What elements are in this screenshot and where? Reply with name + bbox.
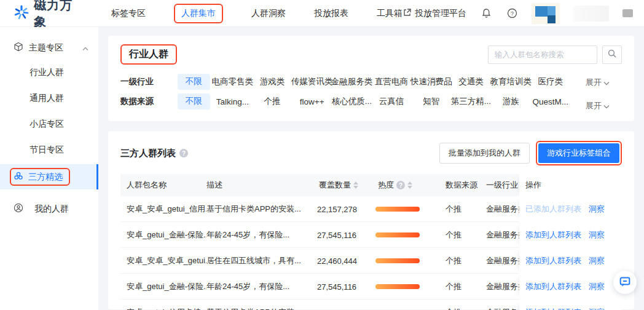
audience-desc: 基于信用卡类APP的安装... [206, 307, 317, 310]
expand-toggle[interactable]: 展开 [586, 100, 610, 111]
audience-name[interactable]: 安卓_安卓_getui_信用... [120, 204, 206, 215]
filter-option[interactable]: 知智 [423, 96, 439, 107]
row-actions: 添加到人群列表 洞察 [519, 222, 622, 248]
table-row: 安卓_getui_金融-保险... 年龄24-45岁，有保险... 27,545… [120, 222, 622, 248]
heat-bar [375, 207, 420, 212]
sidebar-item-shop-zone[interactable]: 小店专区 [0, 111, 98, 137]
sidebar-item-industry-audience[interactable]: 行业人群 [0, 60, 98, 85]
search-button[interactable] [602, 46, 622, 64]
brand-name: 磁力万象 [34, 0, 83, 30]
table-row: 安卓_安卓_getui_信用... 基于信用卡类APP的安装... 22,157… [120, 196, 622, 222]
annotation-box: 游戏行业标签组合 [536, 141, 622, 165]
heat-cell [375, 232, 437, 237]
audience-desc: 年龄24-45岁，有保险... [206, 229, 317, 240]
sidebar-item-my-audience[interactable]: 我的人群 [0, 196, 98, 222]
sidebar-group-theme-zone[interactable]: 主题专区 [0, 36, 98, 60]
column-header-coverage: 覆盖数量 [317, 174, 375, 196]
filter-option[interactable]: 电商零售类 [212, 76, 254, 87]
avatar[interactable] [532, 3, 560, 24]
filter-option[interactable]: 游戏类 [260, 76, 285, 87]
nav-audience-market[interactable]: 人群集市 [174, 4, 223, 23]
filter-row-data-source: 数据来源 不限 Talking... 个推 flow++ 核心优质... 云真信… [120, 92, 622, 111]
ad-platform-link[interactable]: 投放管理平台 [402, 8, 466, 19]
insight-link[interactable]: 洞察 [589, 307, 605, 310]
nav-toolbox[interactable]: 工具箱 [377, 8, 402, 19]
filter-option[interactable]: 教育培训类 [490, 76, 532, 87]
filter-option[interactable]: 金融服务类 [331, 76, 373, 87]
sidebar-item-label: 我的人群 [34, 204, 69, 215]
insight-link[interactable]: 洞察 [589, 281, 605, 292]
industry-value: 金融服务类 [486, 229, 519, 240]
nav-delivery-report[interactable]: 投放报表 [314, 8, 348, 19]
sidebar-item-label: 三方精选 [28, 172, 63, 183]
add-to-list-link[interactable]: 添加到人群列表 [525, 255, 581, 266]
info-icon[interactable] [396, 181, 405, 189]
insight-link[interactable]: 洞察 [589, 229, 605, 240]
chevron-up-icon[interactable] [82, 43, 88, 53]
filter-option[interactable]: 直营电商 [375, 76, 408, 87]
help-icon[interactable]: ? [506, 7, 518, 20]
data-source: 个推 [437, 204, 486, 215]
filter-option[interactable]: 传媒资讯类 [291, 76, 333, 87]
primary-nav: 标签专区 人群集市 人群洞察 投放报表 工具箱 [111, 4, 402, 23]
filter-option[interactable]: 游族 [503, 96, 519, 107]
heat-bar [375, 232, 420, 237]
column-header-source: 数据来源 [437, 174, 486, 196]
sidebar-item-third-party-selection[interactable]: 三方精选 [0, 164, 98, 189]
audience-name[interactable]: 安卓_getui_金融-保险... [120, 229, 206, 240]
audience-desc: 居住在四五线城市，具有... [206, 255, 317, 266]
filter-option[interactable]: 核心优质... [332, 96, 372, 107]
add-to-list-link[interactable]: 添加到人群列表 [525, 229, 581, 240]
filter-option[interactable]: QuestM... [533, 97, 569, 106]
brand-logo[interactable]: 磁力万象 [14, 0, 83, 30]
search-input[interactable] [488, 46, 597, 64]
cube-icon [14, 42, 23, 54]
info-icon[interactable] [179, 149, 188, 157]
game-industry-tag-combo-button[interactable]: 游戏行业标签组合 [538, 143, 619, 163]
nav-tab-label-zone[interactable]: 标签专区 [111, 8, 146, 19]
table-row: 安卓_getui_信用卡持... 基于信用卡类APP的安装... 24,508,… [120, 300, 622, 310]
filter-option[interactable]: 医疗类 [538, 76, 564, 87]
audience-name[interactable]: 安卓_getui_信用卡持... [120, 307, 206, 310]
insight-link[interactable]: 洞察 [589, 204, 605, 215]
filter-option-selected[interactable]: 不限 [178, 74, 210, 90]
filter-option[interactable]: flow++ [300, 97, 324, 106]
annotation-box: 三方精选 [10, 168, 70, 186]
chat-support-button[interactable] [613, 271, 637, 294]
sidebar-item-festival-zone[interactable]: 节日专区 [0, 137, 98, 163]
filter-option[interactable]: 云真信 [379, 96, 404, 107]
filter-panel: 行业人群 一级行业 不限 电商零售类 [108, 36, 634, 121]
row-actions: 添加到人群列表 洞察 [519, 248, 622, 274]
filter-option[interactable]: 个推 [264, 96, 281, 107]
sort-toggle-icon[interactable] [407, 181, 412, 189]
column-header-action: 操作 [519, 174, 622, 196]
added-to-list-link[interactable]: 已添加人群列表 [525, 204, 581, 215]
nav-audience-insight[interactable]: 人群洞察 [251, 8, 286, 19]
add-to-list-link[interactable]: 添加到人群列表 [525, 307, 581, 310]
top-nav-right: 投放管理平台 ? [402, 3, 633, 24]
audience-name[interactable]: 安卓_安卓_安卓_getui... [120, 255, 206, 266]
column-header-heat: 热度 [375, 174, 437, 196]
filter-option-selected[interactable]: 不限 [178, 93, 210, 109]
sidebar-item-general-audience[interactable]: 通用人群 [0, 85, 98, 111]
expand-toggle[interactable]: 展开 [586, 77, 610, 88]
search-icon [608, 49, 616, 60]
coverage-value: 27,545,116 [317, 282, 375, 292]
filter-option[interactable]: 交通类 [458, 76, 484, 87]
sort-toggle-icon[interactable] [353, 181, 358, 189]
data-source: 个推 [437, 229, 486, 240]
audience-name[interactable]: 安卓_getui_金融-保险... [120, 281, 206, 292]
row-actions: 添加到人群列表 洞察 [519, 300, 622, 310]
coverage-value: 22,460,444 [317, 256, 375, 266]
bell-icon[interactable] [480, 7, 492, 20]
batch-add-button[interactable]: 批量添加到我的人群 [439, 143, 530, 164]
filter-option[interactable]: 第三方精... [451, 96, 491, 107]
add-to-list-link[interactable]: 添加到人群列表 [525, 281, 581, 292]
filter-option[interactable]: 快速消费品 [410, 76, 452, 87]
insight-link[interactable]: 洞察 [589, 255, 605, 266]
data-source: 个推 [437, 281, 486, 292]
collapsed-widget[interactable] [622, 9, 633, 17]
page-title: 行业人群 [120, 44, 177, 65]
heat-cell [375, 284, 437, 289]
filter-option[interactable]: Talking... [216, 97, 249, 106]
